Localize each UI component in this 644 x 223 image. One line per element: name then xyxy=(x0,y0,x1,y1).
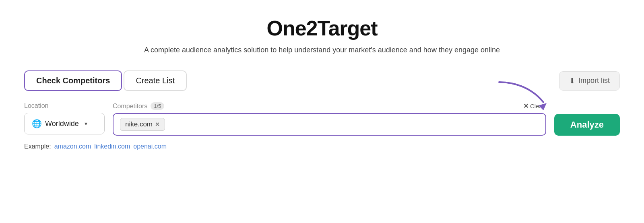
clear-label: Clear xyxy=(530,103,545,109)
import-icon: ⬇ xyxy=(569,76,575,85)
example-link-openai[interactable]: openai.com xyxy=(133,143,167,150)
page-title: One2Target xyxy=(266,16,377,40)
analyze-col: Analyze xyxy=(554,102,620,136)
competitors-badge: 1/5 xyxy=(151,102,164,110)
import-list-label: Import list xyxy=(578,76,610,85)
competitor-tag: nike.com ✕ xyxy=(120,118,165,131)
competitors-input-wrapper[interactable]: nike.com ✕ xyxy=(113,113,546,136)
tabs-left: Check Competitors Create List xyxy=(24,70,187,91)
location-label: Location xyxy=(24,102,105,109)
analyze-button[interactable]: Analyze xyxy=(554,114,620,136)
location-dropdown[interactable]: 🌐 Worldwide ▾ xyxy=(24,113,105,134)
competitors-header: Competitors 1/5 ✕ Clear xyxy=(113,102,546,110)
page-subtitle: A complete audience analytics solution t… xyxy=(144,46,500,54)
main-container: Check Competitors Create List ⬇ Import l… xyxy=(24,70,620,150)
inputs-row: Location 🌐 Worldwide ▾ Competitors 1/5 ✕ xyxy=(24,102,620,136)
examples-prefix: Example: xyxy=(24,143,51,150)
location-col: Location 🌐 Worldwide ▾ xyxy=(24,102,105,136)
import-list-button[interactable]: ⬇ Import list xyxy=(559,71,620,91)
clear-button[interactable]: ✕ Clear xyxy=(523,102,546,110)
competitors-label-text: Competitors xyxy=(113,103,147,110)
competitors-input[interactable] xyxy=(168,120,539,128)
form-area: Location 🌐 Worldwide ▾ Competitors 1/5 ✕ xyxy=(24,102,620,136)
competitors-label: Competitors 1/5 xyxy=(113,102,164,110)
tag-remove-icon[interactable]: ✕ xyxy=(155,121,160,128)
location-value: Worldwide xyxy=(45,120,79,128)
examples-row: Example: amazon.com linkedin.com openai.… xyxy=(24,143,620,150)
example-link-amazon[interactable]: amazon.com xyxy=(54,143,91,150)
tab-create-list[interactable]: Create List xyxy=(124,70,187,91)
globe-icon: 🌐 xyxy=(32,119,42,128)
competitors-col: Competitors 1/5 ✕ Clear nike.com ✕ xyxy=(113,102,546,136)
chevron-down-icon: ▾ xyxy=(85,120,87,127)
tab-check-competitors[interactable]: Check Competitors xyxy=(24,70,122,91)
clear-x-icon: ✕ xyxy=(523,102,528,110)
tabs-row: Check Competitors Create List ⬇ Import l… xyxy=(24,70,620,91)
tag-value: nike.com xyxy=(125,120,153,128)
example-link-linkedin[interactable]: linkedin.com xyxy=(94,143,130,150)
